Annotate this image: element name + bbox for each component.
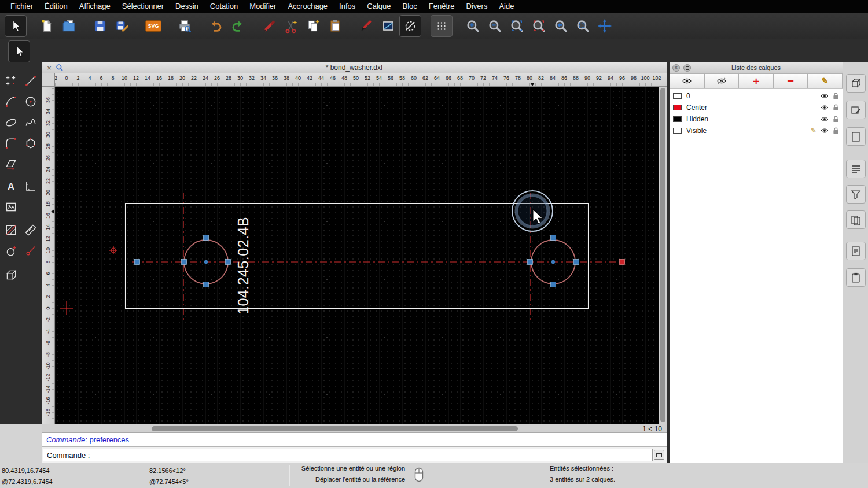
edit-layer-button[interactable]: ✎ [808, 73, 843, 88]
tool-polyline[interactable] [2, 134, 20, 153]
open-file-button[interactable] [58, 15, 80, 37]
menu-accrochage[interactable]: Accrochage [282, 0, 333, 13]
layer-edit-pencil-icon[interactable]: ✎ [811, 127, 816, 135]
dock-list-button[interactable] [846, 160, 866, 178]
drawing-canvas[interactable]: 104.245.02.4B [55, 87, 659, 424]
handle[interactable] [574, 260, 579, 265]
dock-page-button[interactable] [846, 127, 866, 146]
current-tool-select-button[interactable] [8, 40, 30, 62]
handle[interactable] [135, 260, 140, 265]
handle[interactable] [528, 260, 533, 265]
menu-calque[interactable]: Calque [361, 0, 396, 13]
tool-spline[interactable] [21, 113, 40, 132]
dock-filter-button[interactable] [846, 185, 866, 204]
tool-line[interactable] [21, 72, 40, 90]
tool-dimension[interactable] [21, 177, 40, 195]
tool-snap[interactable] [21, 242, 40, 260]
menu-bloc[interactable]: Bloc [396, 0, 422, 13]
horizontal-scrollbar-thumb[interactable] [152, 426, 518, 431]
tool-points[interactable] [2, 72, 20, 90]
layer-lock-icon[interactable] [833, 116, 839, 123]
tool-polygon[interactable] [21, 134, 40, 153]
horizontal-scrollbar[interactable] [42, 424, 640, 433]
center-point[interactable] [551, 260, 555, 264]
handle[interactable] [182, 260, 187, 265]
menu-affichage[interactable]: Affichage [73, 0, 116, 13]
menu-cotation[interactable]: Cotation [204, 0, 244, 13]
handle[interactable] [226, 260, 231, 265]
grid-toggle-button[interactable] [431, 15, 453, 37]
dock-block-list-button[interactable] [846, 74, 866, 93]
layer-lock-icon[interactable] [833, 104, 839, 111]
layer-row-visible[interactable]: Visible ✎ [670, 125, 843, 136]
tool-modify[interactable] [2, 242, 20, 260]
dock-library-button[interactable] [846, 210, 866, 229]
show-all-layers-button[interactable] [670, 73, 705, 88]
tool-move[interactable] [2, 155, 20, 173]
save-as-button[interactable] [111, 15, 133, 37]
layer-row-center[interactable]: Center [670, 102, 843, 113]
tool-image[interactable] [2, 198, 20, 216]
layer-panel-header[interactable]: × Liste des calques [670, 62, 843, 73]
handle[interactable] [551, 235, 556, 241]
vertical-scrollbar[interactable] [659, 87, 667, 424]
layer-row-hidden[interactable]: Hidden [670, 113, 843, 125]
select-tool-button[interactable] [5, 15, 27, 37]
zoom-window-button[interactable] [572, 15, 594, 37]
menu-divers[interactable]: Divers [461, 0, 494, 13]
pen-attributes-button[interactable] [355, 15, 377, 37]
dock-properties-button[interactable] [846, 242, 866, 260]
menu-fichier[interactable]: Fichier [5, 0, 39, 13]
zoom-pan-button[interactable] [594, 15, 616, 37]
delete-entity-button[interactable] [258, 15, 280, 37]
command-input[interactable] [90, 450, 652, 460]
layer-row-0[interactable]: 0 [670, 90, 843, 102]
menu-aide[interactable]: Aide [493, 0, 520, 13]
hide-all-layers-button[interactable] [705, 73, 740, 88]
layer-visible-icon[interactable] [821, 116, 829, 122]
tool-measure[interactable] [21, 221, 40, 239]
zoom-redraw-button[interactable] [528, 15, 550, 37]
layer-swatch[interactable] [673, 93, 682, 99]
zoom-out-button[interactable] [484, 15, 506, 37]
tool-arc[interactable] [2, 93, 20, 111]
handle[interactable] [551, 282, 556, 287]
undo-button[interactable] [205, 15, 227, 37]
handle[interactable] [204, 282, 209, 287]
zoom-in-button[interactable] [462, 15, 484, 37]
tool-ellipse[interactable] [2, 113, 20, 132]
layer-lock-icon[interactable] [833, 93, 839, 99]
layer-swatch[interactable] [673, 116, 682, 122]
layer-visible-icon[interactable] [821, 105, 829, 110]
remove-layer-button[interactable]: − [774, 73, 808, 88]
document-title-bar[interactable]: × * bond_washer.dxf [42, 62, 667, 73]
menu-modifier[interactable]: Modifier [244, 0, 282, 13]
copy-button[interactable] [302, 15, 324, 37]
export-svg-button[interactable]: SVG [142, 15, 164, 37]
part-number-label[interactable]: 104.245.02.4B [235, 217, 251, 315]
print-preview-button[interactable] [174, 15, 196, 37]
tool-3d-box[interactable] [2, 266, 20, 284]
menu-selectionner[interactable]: Sélectionner [116, 0, 170, 13]
redo-button[interactable] [227, 15, 249, 37]
paste-button[interactable] [324, 15, 346, 37]
handle[interactable] [204, 235, 209, 241]
menu-edition[interactable]: Édition [39, 0, 73, 13]
tool-hatch[interactable] [2, 221, 20, 239]
dock-edit-block-button[interactable] [846, 101, 866, 119]
tool-circle[interactable] [21, 93, 40, 111]
layer-visible-icon[interactable] [821, 93, 829, 99]
layer-lock-icon[interactable] [833, 127, 839, 134]
cut-button[interactable] [280, 15, 302, 37]
layer-swatch[interactable] [673, 128, 682, 134]
layer-swatch[interactable] [673, 105, 682, 110]
command-console-button[interactable] [654, 450, 664, 460]
menu-infos[interactable]: Infos [333, 0, 361, 13]
zoom-previous-button[interactable] [550, 15, 572, 37]
tool-text[interactable]: A [2, 177, 20, 195]
layer-visible-icon[interactable] [821, 128, 829, 134]
new-document-button[interactable] [36, 15, 58, 37]
center-point[interactable] [204, 260, 208, 264]
handle-active[interactable] [620, 260, 625, 265]
vertical-scrollbar-thumb[interactable] [660, 88, 665, 422]
